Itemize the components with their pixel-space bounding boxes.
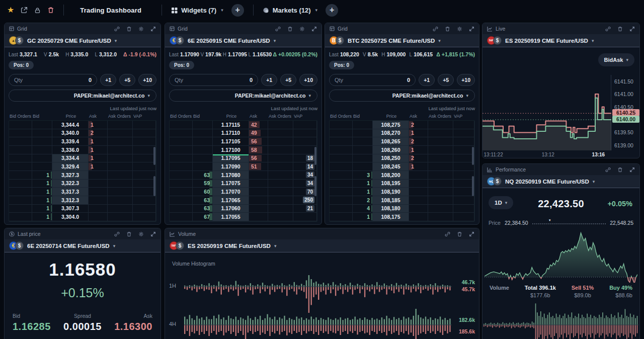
qty-input[interactable]: Qty 0 <box>329 74 416 86</box>
ob-bid-cell[interactable]: 63 <box>193 205 213 213</box>
scrollbar-thumb[interactable] <box>472 147 474 165</box>
ob-price-cell[interactable]: 108,265 <box>373 137 409 146</box>
expand-icon[interactable] <box>469 26 474 32</box>
ob-price-cell[interactable]: 3,312.3 <box>52 196 89 205</box>
ob-price-cell[interactable]: 3,329.4 <box>52 162 89 171</box>
scrollbar-thumb[interactable] <box>472 176 474 196</box>
ob-price-cell[interactable]: 3,344.4 <box>52 121 89 129</box>
ob-price-cell[interactable]: 3,317.3 <box>52 188 89 196</box>
account-selector[interactable]: PAPER:mikael@architect.co ▾ <box>329 90 475 102</box>
ob-ask-cell[interactable]: 42 <box>249 121 268 129</box>
ob-price-cell[interactable]: 1.17100 <box>213 146 249 154</box>
account-selector[interactable]: PAPER:mikael@architect.co ▾ <box>169 90 317 102</box>
account-selector[interactable]: PAPER:mikael@architect.co ▾ <box>9 90 156 102</box>
symbol-selector[interactable]: S&P $ ES 20250919 CME Future/USD ▾ <box>482 34 639 47</box>
add-market-button[interactable]: + <box>326 4 338 17</box>
symbol-selector[interactable]: S&P $ ES 20250919 CME Future/USD ▾ <box>165 239 479 252</box>
scrollbar-thumb[interactable] <box>153 147 155 165</box>
range-marker[interactable]: ▼ <box>547 219 553 222</box>
ob-bid-cell[interactable]: 1 <box>353 180 373 188</box>
ob-ask-cell[interactable]: 1 <box>89 146 108 154</box>
ob-price-cell[interactable]: 108,190 <box>373 188 409 196</box>
trash-icon[interactable] <box>617 26 623 32</box>
favorite-star-icon[interactable]: ★ <box>7 6 14 14</box>
ob-bid-cell[interactable]: 3 <box>353 171 373 180</box>
ob-price-cell[interactable]: 1.17070 <box>213 188 249 196</box>
link-icon[interactable] <box>605 167 611 173</box>
scrollbar-thumb[interactable] <box>314 147 316 165</box>
ob-price-cell[interactable]: 108,250 <box>373 154 409 163</box>
ob-price-cell[interactable]: 1.17055 <box>213 213 249 221</box>
widget-titlebar[interactable]: Grid <box>5 23 160 34</box>
gear-icon[interactable] <box>138 26 144 32</box>
ob-ask-cell[interactable]: 2 <box>409 154 428 163</box>
ob-price-cell[interactable]: 108,200 <box>373 171 409 180</box>
ob-price-cell[interactable]: 1.17095 <box>213 154 249 163</box>
ob-price-cell[interactable]: 1.17115 <box>213 121 249 129</box>
ob-price-cell[interactable]: 3,307.3 <box>52 205 89 213</box>
link-icon[interactable] <box>275 26 281 32</box>
ob-price-cell[interactable]: 1.17060 <box>213 205 249 213</box>
ob-bid-cell[interactable]: 1 <box>32 188 52 196</box>
ob-bid-cell[interactable]: 1 <box>353 188 373 196</box>
ob-price-cell[interactable]: 108,270 <box>373 129 409 138</box>
link-icon[interactable] <box>114 231 120 237</box>
ob-price-cell[interactable]: 108,175 <box>373 213 409 221</box>
external-link-icon[interactable] <box>21 7 28 14</box>
gear-icon[interactable] <box>138 231 144 237</box>
ob-ask-cell[interactable]: 58 <box>249 146 268 154</box>
ob-price-cell[interactable]: 1.17080 <box>213 171 249 180</box>
ob-bid-cell[interactable]: 1 <box>32 171 52 180</box>
expand-icon[interactable] <box>150 231 156 237</box>
widget-titlebar[interactable]: Volume <box>165 228 479 239</box>
ob-bid-cell[interactable]: 2 <box>353 196 373 205</box>
symbol-selector[interactable]: ▲ $ GC 20250729 CME Future/USD ▾ <box>5 34 160 47</box>
ob-price-cell[interactable]: 108,180 <box>373 205 409 213</box>
ob-ask-cell[interactable]: 1 <box>89 162 108 171</box>
expand-icon[interactable] <box>150 26 156 32</box>
trash-icon[interactable] <box>287 26 293 32</box>
link-icon[interactable] <box>445 231 450 237</box>
delete-dashboard-icon[interactable] <box>47 7 54 14</box>
link-icon[interactable] <box>605 26 611 32</box>
trash-icon[interactable] <box>126 231 132 237</box>
ob-price-cell[interactable]: 1.17090 <box>213 162 249 171</box>
ob-price-cell[interactable]: 3,339.4 <box>52 137 89 146</box>
ob-ask-cell[interactable]: 1 <box>89 121 108 129</box>
trash-icon[interactable] <box>126 26 132 32</box>
ob-ask-cell[interactable]: 56 <box>249 154 268 163</box>
widget-titlebar[interactable]: Grid <box>325 23 479 34</box>
ob-price-cell[interactable]: 1.17110 <box>213 129 249 138</box>
ob-bid-cell[interactable]: 63 <box>193 196 213 205</box>
symbol-selector[interactable]: € $ 6E 20250714 CME Future/USD ▾ <box>5 239 160 252</box>
ob-price-cell[interactable]: 108,185 <box>373 196 409 205</box>
qty-plus-10-button[interactable]: +10 <box>299 74 317 86</box>
symbol-selector[interactable]: € $ 6E 20250915 CME Future/USD ▾ <box>165 34 321 47</box>
ob-ask-cell[interactable]: 1 <box>89 154 108 163</box>
ob-bid-cell[interactable]: 67 <box>193 213 213 221</box>
ob-price-cell[interactable]: 3,340.0 <box>52 129 89 138</box>
widget-titlebar[interactable]: Grid <box>165 23 321 34</box>
ob-bid-cell[interactable]: 4 <box>353 205 373 213</box>
lock-icon[interactable] <box>34 7 41 14</box>
ob-bid-cell[interactable]: 1 <box>353 213 373 221</box>
ob-price-cell[interactable]: 108,260 <box>373 146 409 154</box>
ob-ask-cell[interactable]: 49 <box>249 129 268 138</box>
expand-icon[interactable] <box>629 26 635 32</box>
qty-plus-1-button[interactable]: +1 <box>261 74 277 86</box>
ob-ask-cell[interactable]: 1 <box>409 146 428 154</box>
ob-bid-cell[interactable]: 60 <box>193 188 213 196</box>
ob-price-cell[interactable]: 3,322.3 <box>52 180 89 188</box>
add-widget-button[interactable]: + <box>231 4 244 17</box>
gear-icon[interactable] <box>457 26 462 32</box>
ob-price-cell[interactable]: 108,275 <box>373 121 409 129</box>
ob-bid-cell[interactable]: 1 <box>32 196 52 205</box>
ob-price-cell[interactable]: 3,336.0 <box>52 146 89 154</box>
qty-input[interactable]: Qty 0 <box>9 74 97 86</box>
symbol-selector[interactable]: NQ $ NQ 20250919 CME Future/USD ▾ <box>482 175 639 188</box>
ob-bid-cell[interactable]: 59 <box>193 180 213 188</box>
ob-ask-cell[interactable]: 2 <box>409 137 428 146</box>
trash-icon[interactable] <box>617 167 623 173</box>
ob-price-cell[interactable]: 108,245 <box>373 162 409 171</box>
ob-price-cell[interactable]: 108,195 <box>373 180 409 188</box>
